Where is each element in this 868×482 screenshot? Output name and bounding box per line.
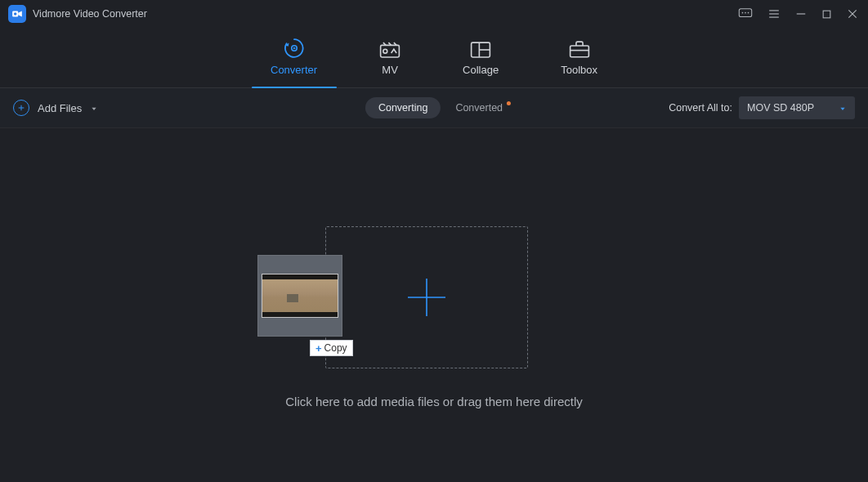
svg-rect-21 <box>570 46 588 57</box>
tab-label: MV <box>382 64 398 76</box>
plus-circle-icon <box>13 100 29 116</box>
plus-icon: + <box>315 343 322 354</box>
svg-marker-15 <box>293 47 295 49</box>
status-tabs: Converting Converted <box>365 97 503 118</box>
title-bar: Vidmore Video Converter <box>0 0 868 26</box>
svg-rect-10 <box>823 11 830 18</box>
app-logo <box>8 5 26 23</box>
drop-zone[interactable] <box>325 226 528 368</box>
maximize-button[interactable] <box>821 9 832 20</box>
svg-point-5 <box>748 12 749 14</box>
format-dropdown[interactable]: MOV SD 480P <box>739 96 855 119</box>
tab-collage[interactable]: Collage <box>463 41 499 87</box>
tab-converter[interactable]: Converter <box>271 38 317 87</box>
chevron-down-icon <box>839 100 847 115</box>
add-files-label: Add Files <box>38 102 82 114</box>
dragged-thumbnail[interactable] <box>257 255 342 337</box>
window-controls <box>738 8 858 20</box>
svg-marker-26 <box>840 108 844 110</box>
convert-all-label: Convert All to: <box>669 102 732 114</box>
svg-point-1 <box>14 12 17 16</box>
svg-marker-25 <box>92 108 96 110</box>
convert-all-group: Convert All to: MOV SD 480P <box>669 96 855 119</box>
main-nav: Converter MV Collage Toolbox <box>0 26 868 88</box>
tab-label: Collage <box>463 64 499 76</box>
format-selected: MOV SD 480P <box>747 102 814 114</box>
svg-point-17 <box>383 49 387 53</box>
tab-label: Converter <box>271 64 317 76</box>
tab-toolbox[interactable]: Toolbox <box>561 39 597 87</box>
drag-cursor-copy: + Copy <box>310 340 353 356</box>
thumbnail-frame <box>262 274 338 318</box>
tab-label: Toolbox <box>561 64 597 76</box>
plus-icon <box>406 277 447 318</box>
drop-instruction: Click here to add media files or drag th… <box>285 395 583 408</box>
main-area: + Copy Click here to add media files or … <box>0 128 868 482</box>
close-button[interactable] <box>847 8 858 20</box>
feedback-icon[interactable] <box>738 8 753 20</box>
status-converting[interactable]: Converting <box>365 97 441 118</box>
add-files-button[interactable]: Add Files <box>13 100 98 116</box>
menu-icon[interactable] <box>767 8 781 20</box>
chevron-down-icon <box>90 100 98 115</box>
svg-point-3 <box>742 12 744 14</box>
svg-point-4 <box>745 12 746 14</box>
notification-dot-icon <box>507 101 511 105</box>
toolbar: Add Files Converting Converted Convert A… <box>0 88 868 128</box>
minimize-button[interactable] <box>795 8 807 20</box>
app-title: Vidmore Video Converter <box>33 8 147 20</box>
status-converted[interactable]: Converted <box>455 102 503 114</box>
converted-label: Converted <box>455 102 503 114</box>
thumbnail-image <box>262 279 338 312</box>
tab-mv[interactable]: MV <box>379 41 400 87</box>
copy-label: Copy <box>324 342 347 354</box>
